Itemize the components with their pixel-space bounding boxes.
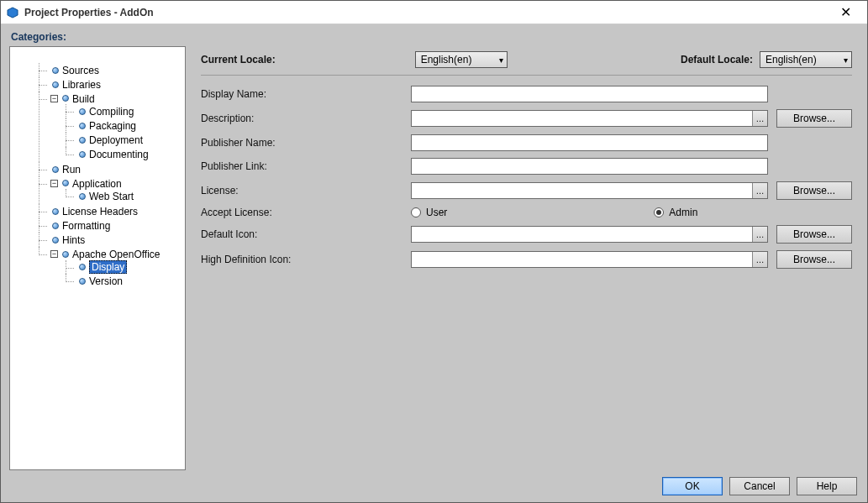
tree-web-start[interactable]: Web Start	[89, 191, 134, 202]
license-input[interactable]	[412, 183, 752, 198]
default-icon-input[interactable]	[412, 227, 752, 242]
collapse-application[interactable]: −	[50, 180, 58, 187]
tree-compiling[interactable]: Compiling	[89, 106, 134, 118]
close-button[interactable]: ✕	[829, 1, 862, 24]
collapse-build[interactable]: −	[50, 95, 58, 102]
tree-display[interactable]: Display	[89, 260, 127, 274]
license-ellipsis-button[interactable]: …	[752, 183, 767, 198]
bullet-icon	[62, 251, 69, 258]
accept-admin-label: Admin	[669, 207, 697, 218]
collapse-apache[interactable]: −	[50, 250, 58, 258]
description-input[interactable]	[412, 111, 752, 126]
display-name-field[interactable]	[411, 86, 768, 102]
current-locale-label: Current Locale:	[201, 54, 276, 65]
accept-admin-radio[interactable]	[654, 207, 664, 217]
bullet-icon	[52, 208, 59, 215]
bullet-icon	[52, 67, 59, 74]
bullet-icon	[79, 278, 86, 285]
tree-libraries[interactable]: Libraries	[62, 79, 101, 91]
dialog-footer: OK Cancel Help	[9, 470, 859, 495]
hd-icon-browse-button[interactable]: Browse...	[776, 250, 852, 269]
publisher-link-field[interactable]	[411, 158, 768, 175]
bullet-icon	[79, 123, 86, 129]
tree-run[interactable]: Run	[62, 164, 81, 176]
tree-hints[interactable]: Hints	[62, 234, 85, 246]
hd-icon-label: High Definition Icon:	[201, 254, 402, 265]
hd-icon-field[interactable]: …	[411, 251, 768, 268]
description-field[interactable]: …	[411, 110, 768, 127]
svg-marker-0	[8, 8, 18, 18]
description-label: Description:	[201, 113, 402, 124]
default-icon-browse-button[interactable]: Browse...	[776, 225, 852, 244]
tree-build[interactable]: Build	[72, 92, 95, 104]
tree-apache-openoffice[interactable]: Apache OpenOffice	[72, 249, 160, 260]
tree-formatting[interactable]: Formatting	[62, 220, 110, 232]
bullet-icon	[62, 95, 69, 102]
publisher-link-input[interactable]	[412, 159, 767, 174]
current-locale-value: English(en)	[421, 54, 472, 65]
tree-documenting[interactable]: Documenting	[89, 149, 149, 160]
chevron-down-icon: ▾	[499, 55, 503, 65]
accept-license-label: Accept License:	[201, 207, 402, 218]
help-button[interactable]: Help	[797, 477, 857, 495]
accept-user-label: User	[426, 207, 447, 218]
default-locale-label: Default Locale:	[681, 54, 753, 65]
app-icon	[6, 6, 19, 19]
display-name-input[interactable]	[412, 86, 767, 102]
titlebar: Project Properties - AddOn ✕	[1, 1, 867, 24]
bullet-icon	[52, 223, 59, 229]
description-ellipsis-button[interactable]: …	[752, 111, 767, 126]
bullet-icon	[62, 180, 69, 186]
license-field[interactable]: …	[411, 182, 768, 199]
default-locale-combo[interactable]: English(en) ▾	[760, 51, 852, 68]
window-title: Project Properties - AddOn	[24, 7, 154, 18]
form-pane: Current Locale: English(en) ▾ Default Lo…	[186, 46, 859, 470]
publisher-name-label: Publisher Name:	[201, 137, 402, 149]
publisher-name-input[interactable]	[412, 135, 767, 150]
categories-heading: Categories:	[11, 31, 859, 43]
display-name-label: Display Name:	[201, 88, 402, 100]
default-locale-value: English(en)	[765, 54, 817, 65]
tree-application[interactable]: Application	[72, 177, 122, 189]
current-locale-combo[interactable]: English(en) ▾	[415, 51, 508, 68]
bullet-icon	[79, 264, 86, 270]
category-tree[interactable]: Sources Libraries −Build Compiling Packa…	[9, 46, 186, 470]
chevron-down-icon: ▾	[844, 55, 848, 65]
ok-button[interactable]: OK	[662, 477, 723, 495]
default-icon-field[interactable]: …	[411, 226, 768, 243]
publisher-name-field[interactable]	[411, 134, 768, 151]
bullet-icon	[79, 137, 86, 144]
tree-version[interactable]: Version	[89, 275, 123, 287]
bullet-icon	[52, 237, 59, 244]
bullet-icon	[52, 166, 59, 173]
accept-user-radio[interactable]	[411, 207, 421, 217]
bullet-icon	[79, 108, 86, 115]
bullet-icon	[79, 151, 86, 158]
bullet-icon	[79, 193, 86, 200]
hd-icon-input[interactable]	[412, 252, 752, 267]
bullet-icon	[52, 81, 59, 88]
description-browse-button[interactable]: Browse...	[776, 109, 852, 128]
hd-icon-ellipsis-button[interactable]: …	[752, 252, 767, 267]
tree-license-headers[interactable]: License Headers	[62, 206, 138, 217]
publisher-link-label: Publisher Link:	[201, 160, 402, 172]
license-label: License:	[201, 185, 402, 196]
tree-deployment[interactable]: Deployment	[89, 134, 143, 146]
license-browse-button[interactable]: Browse...	[776, 181, 852, 200]
tree-sources[interactable]: Sources	[62, 65, 99, 76]
tree-packaging[interactable]: Packaging	[89, 120, 136, 132]
default-icon-ellipsis-button[interactable]: …	[752, 227, 767, 242]
cancel-button[interactable]: Cancel	[729, 477, 790, 495]
default-icon-label: Default Icon:	[201, 228, 402, 240]
